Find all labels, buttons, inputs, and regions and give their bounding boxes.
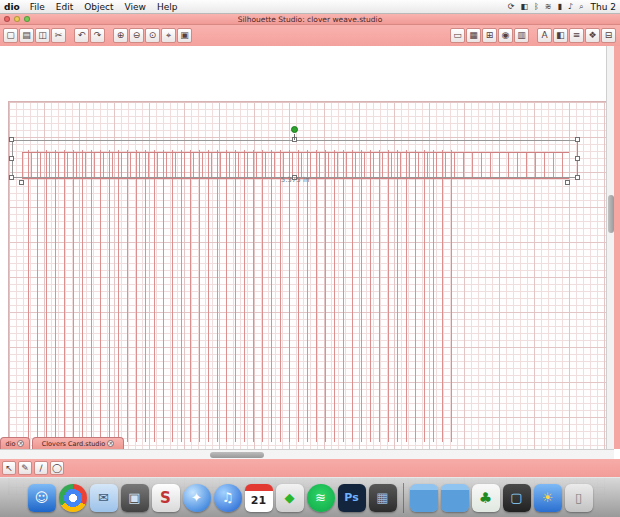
tab-clover-weave[interactable]: dio ✕: [0, 437, 30, 449]
bottom-toolbar: ↖ ✎ ∕ ◯: [0, 459, 620, 477]
dock-folder-icon[interactable]: [410, 484, 438, 512]
battery-icon[interactable]: ▮: [558, 2, 562, 11]
main-toolbar: ▢ ▤ ◫ ✂ ↶ ↷ ⊕ ⊖ ⊙ ⌖ ▣ ▭ ▦ ⊞ ◉ ▥ A ◧ ≡ ❖ …: [0, 25, 620, 46]
menu-view[interactable]: View: [125, 2, 146, 12]
dock-calendar-icon[interactable]: 21: [245, 484, 273, 512]
rotate-handle[interactable]: [291, 126, 298, 133]
registration-marks-icon[interactable]: ◉: [498, 28, 513, 43]
menu-file[interactable]: File: [30, 2, 45, 12]
undo-icon[interactable]: ↶: [74, 28, 89, 43]
volume-icon[interactable]: ♪: [568, 2, 573, 11]
menu-status-area: ⟳ ◧ ᛒ ≋ ▮ ♪ ⌕ Thu 2: [505, 2, 616, 12]
save-icon[interactable]: ◫: [35, 28, 50, 43]
vertical-scrollbar[interactable]: [606, 46, 614, 449]
tab-close-icon[interactable]: ✕: [17, 440, 24, 447]
dock-sims-icon[interactable]: ◆: [276, 484, 304, 512]
dock-preview-icon[interactable]: ▣: [121, 484, 149, 512]
rotate-handle-stem: [294, 134, 295, 140]
bluetooth-icon[interactable]: ᛒ: [534, 2, 539, 11]
dock-mail-icon[interactable]: ✉: [90, 484, 118, 512]
redo-icon[interactable]: ↷: [90, 28, 105, 43]
wifi-icon[interactable]: ≋: [545, 2, 552, 11]
fit-to-page-icon[interactable]: ▣: [177, 28, 192, 43]
weave-strips-vertical[interactable]: [28, 150, 455, 442]
resize-handle-top-left[interactable]: [9, 137, 14, 142]
drag-zoom-icon[interactable]: ⊙: [145, 28, 160, 43]
edit-points-tool-icon[interactable]: ✎: [18, 461, 32, 475]
tab-label: Clovers Card.studio: [42, 440, 106, 448]
fill-settings-icon[interactable]: ◧: [553, 28, 568, 43]
band-handle-left[interactable]: [19, 180, 24, 185]
dock-safari-icon[interactable]: ✦: [183, 484, 211, 512]
window-title: Silhouette Studio: clover weave.studio: [0, 15, 620, 24]
dock-itunes-icon[interactable]: ♫: [214, 484, 242, 512]
dock-divider: [403, 483, 404, 513]
spotlight-icon[interactable]: ⌕: [579, 2, 583, 12]
grid-settings-icon[interactable]: ⊞: [482, 28, 497, 43]
resize-handle-bottom-right[interactable]: [575, 175, 580, 180]
resize-handle-top-right[interactable]: [575, 137, 580, 142]
open-icon[interactable]: ▤: [19, 28, 34, 43]
dock-chrome-icon[interactable]: [59, 484, 87, 512]
draw-line-tool-icon[interactable]: ∕: [34, 461, 48, 475]
dock-finder-icon[interactable]: ☺: [28, 484, 56, 512]
line-style-icon[interactable]: ≡: [569, 28, 584, 43]
width-measurement: 5.375 in: [255, 176, 335, 184]
dock-silhouette-studio-icon[interactable]: S: [152, 484, 180, 512]
menu-help[interactable]: Help: [157, 2, 178, 12]
window-title-bar[interactable]: Silhouette Studio: clover weave.studio: [0, 14, 620, 25]
sync-icon[interactable]: ⟳: [508, 2, 515, 11]
band-handle-right[interactable]: [565, 180, 570, 185]
tab-close-icon[interactable]: ✕: [107, 440, 114, 447]
toolbar-right-group: ▭ ▦ ⊞ ◉ ▥ A ◧ ≡ ❖ ⊟: [450, 28, 617, 43]
dock-photoshop-icon[interactable]: Ps: [338, 484, 366, 512]
window-right-frame: [614, 46, 620, 449]
app-menu[interactable]: dio: [4, 2, 20, 12]
cutting-mat-icon[interactable]: ▦: [466, 28, 481, 43]
zoom-in-icon[interactable]: ⊕: [113, 28, 128, 43]
effects-icon[interactable]: ❖: [585, 28, 600, 43]
display-icon[interactable]: ◧: [520, 2, 528, 11]
tab-clovers-card[interactable]: Clovers Card.studio ✕: [32, 437, 124, 449]
tab-label: dio: [6, 440, 16, 448]
dock: ☺ ✉ ▣ S ✦ ♫ 21 ◆ ≋ Ps ▦ ♣ ▢ ☀ ▯: [0, 477, 620, 517]
align-icon[interactable]: ⊟: [601, 28, 616, 43]
design-page-settings-icon[interactable]: ▭: [450, 28, 465, 43]
select-tool-icon[interactable]: ↖: [2, 461, 16, 475]
dock-weather-app-icon[interactable]: ☀: [534, 484, 562, 512]
resize-handle-middle-right[interactable]: [575, 156, 580, 161]
text-style-icon[interactable]: A: [537, 28, 552, 43]
dock-tv-app-icon[interactable]: ▢: [503, 484, 531, 512]
new-document-icon[interactable]: ▢: [3, 28, 18, 43]
pan-icon[interactable]: ⌖: [161, 28, 176, 43]
horizontal-scrollbar[interactable]: [0, 449, 614, 459]
menu-bar: dio File Edit Object View Help ⟳ ◧ ᛒ ≋ ▮…: [0, 0, 620, 14]
menu-object[interactable]: Object: [84, 2, 113, 12]
print-preview-icon[interactable]: ▥: [514, 28, 529, 43]
menu-edit[interactable]: Edit: [56, 2, 73, 12]
menu-clock[interactable]: Thu 2: [591, 2, 617, 12]
dock-media-app-icon[interactable]: ▦: [369, 484, 397, 512]
selection-box[interactable]: [12, 140, 578, 178]
dock-folder-icon[interactable]: [441, 484, 469, 512]
resize-handle-middle-left[interactable]: [9, 156, 14, 161]
dock-spotify-icon[interactable]: ≋: [307, 484, 335, 512]
zoom-out-icon[interactable]: ⊖: [129, 28, 144, 43]
dock-shamrock-icon[interactable]: ♣: [472, 484, 500, 512]
draw-ellipse-tool-icon[interactable]: ◯: [50, 461, 64, 475]
resize-handle-bottom-left[interactable]: [9, 175, 14, 180]
cut-icon[interactable]: ✂: [51, 28, 66, 43]
horizontal-scroll-thumb[interactable]: [210, 452, 264, 458]
dock-trash-icon[interactable]: ▯: [565, 484, 593, 512]
screen: dio File Edit Object View Help ⟳ ◧ ᛒ ≋ ▮…: [0, 0, 620, 517]
